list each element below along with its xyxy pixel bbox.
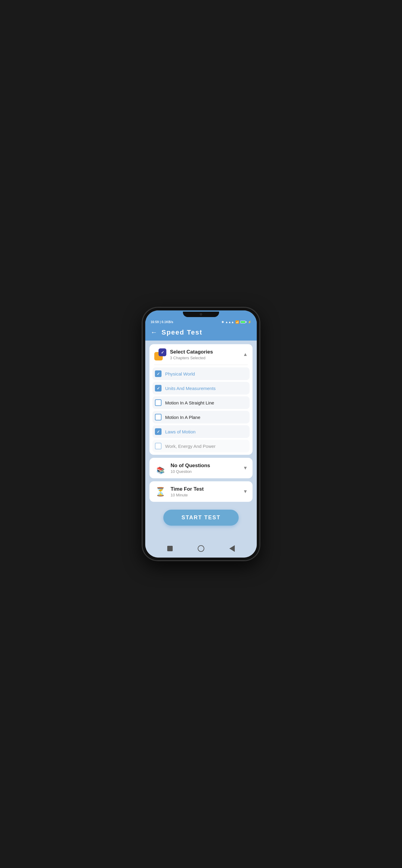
circle-icon bbox=[198, 545, 204, 552]
checkbox-laws-motion[interactable] bbox=[155, 428, 161, 435]
notch-area bbox=[145, 310, 257, 317]
chapter-list: Physical World Units And Measurements Mo… bbox=[150, 365, 252, 455]
categories-title: Select Catagories bbox=[170, 349, 243, 355]
time-icon: ⏳ bbox=[154, 486, 166, 498]
page-title: Speed Test bbox=[161, 329, 203, 336]
status-bar: 16:59 | 0.1KB/s ✱ ▲▲▲ 📶 ⚡ bbox=[145, 317, 257, 326]
chapter-name-work-energy: Work, Energy And Power bbox=[165, 444, 215, 449]
camera bbox=[200, 313, 202, 315]
questions-text: No of Questions 10 Question bbox=[171, 463, 243, 474]
start-test-button[interactable]: START TEST bbox=[163, 510, 239, 526]
questions-subtitle: 10 Question bbox=[171, 469, 243, 474]
chapter-item-physical-world[interactable]: Physical World bbox=[153, 367, 249, 380]
questions-header[interactable]: 📚 No of Questions 10 Question ▼ bbox=[150, 458, 252, 478]
categories-header[interactable]: Select Catagories 3 Chapters Selected ▲ bbox=[150, 344, 252, 365]
signal-icon: ▲▲▲ bbox=[225, 320, 234, 324]
start-button-wrap: START TEST bbox=[150, 505, 252, 528]
chapter-item-motion-plane[interactable]: Motion In A Plane bbox=[153, 411, 249, 424]
status-icons: ✱ ▲▲▲ 📶 ⚡ bbox=[221, 320, 251, 324]
back-button[interactable]: ← bbox=[151, 329, 157, 336]
time-subtitle: 10 Minute bbox=[171, 493, 243, 497]
books-icon: 📚 bbox=[156, 467, 164, 469]
chevron-down-icon-time: ▼ bbox=[243, 489, 248, 494]
chevron-down-icon-questions: ▼ bbox=[243, 465, 248, 471]
chapter-name-motion-plane: Motion In A Plane bbox=[165, 415, 200, 420]
hourglass-icon: ⏳ bbox=[155, 487, 166, 497]
battery-icon bbox=[240, 321, 247, 323]
categories-icon bbox=[154, 348, 166, 361]
categories-card: Select Catagories 3 Chapters Selected ▲ … bbox=[150, 344, 252, 455]
nav-square-button[interactable] bbox=[166, 544, 174, 553]
checkbox-motion-straight[interactable] bbox=[155, 399, 161, 406]
bottom-nav bbox=[145, 541, 257, 558]
chapter-name-motion-straight: Motion In A Straight Line bbox=[165, 400, 214, 405]
status-time: 16:59 | 0.1KB/s bbox=[151, 320, 173, 324]
chapter-name-physical-world: Physical World bbox=[165, 371, 195, 376]
scroll-content: Select Catagories 3 Chapters Selected ▲ … bbox=[145, 341, 257, 541]
chapter-item-motion-straight[interactable]: Motion In A Straight Line bbox=[153, 396, 249, 409]
time-card: ⏳ Time For Test 10 Minute ▼ bbox=[150, 481, 252, 502]
chapter-name-laws-motion: Laws of Motion bbox=[165, 429, 195, 434]
categories-subtitle: 3 Chapters Selected bbox=[170, 355, 243, 360]
chapter-item-units[interactable]: Units And Measurements bbox=[153, 382, 249, 395]
chapter-name-units: Units And Measurements bbox=[165, 386, 216, 391]
questions-icon: 📚 bbox=[154, 462, 166, 474]
time-title: Time For Test bbox=[171, 486, 243, 492]
icon-fg bbox=[158, 348, 166, 356]
chapter-item-work-energy[interactable]: Work, Energy And Power bbox=[153, 440, 249, 453]
time-header[interactable]: ⏳ Time For Test 10 Minute ▼ bbox=[150, 481, 252, 502]
bluetooth-icon: ✱ bbox=[221, 320, 224, 324]
triangle-icon bbox=[229, 545, 235, 552]
wifi-icon: 📶 bbox=[235, 320, 239, 324]
checkbox-motion-plane[interactable] bbox=[155, 414, 161, 421]
nav-back-button[interactable] bbox=[228, 544, 236, 553]
time-text: Time For Test 10 Minute bbox=[171, 486, 243, 497]
chapter-item-laws-motion[interactable]: Laws of Motion bbox=[153, 425, 249, 438]
checkbox-units[interactable] bbox=[155, 385, 161, 392]
square-icon bbox=[167, 546, 173, 551]
top-bar: ← Speed Test bbox=[145, 326, 257, 341]
chevron-up-icon: ▲ bbox=[243, 352, 248, 357]
questions-card: 📚 No of Questions 10 Question ▼ bbox=[150, 458, 252, 478]
nav-home-button[interactable] bbox=[197, 544, 205, 553]
checkbox-work-energy[interactable] bbox=[155, 443, 161, 450]
categories-title-block: Select Catagories 3 Chapters Selected bbox=[170, 349, 243, 360]
battery-level: ⚡ bbox=[248, 320, 251, 324]
questions-title: No of Questions bbox=[171, 463, 243, 469]
checkbox-physical-world[interactable] bbox=[155, 370, 161, 377]
notch bbox=[183, 312, 219, 317]
